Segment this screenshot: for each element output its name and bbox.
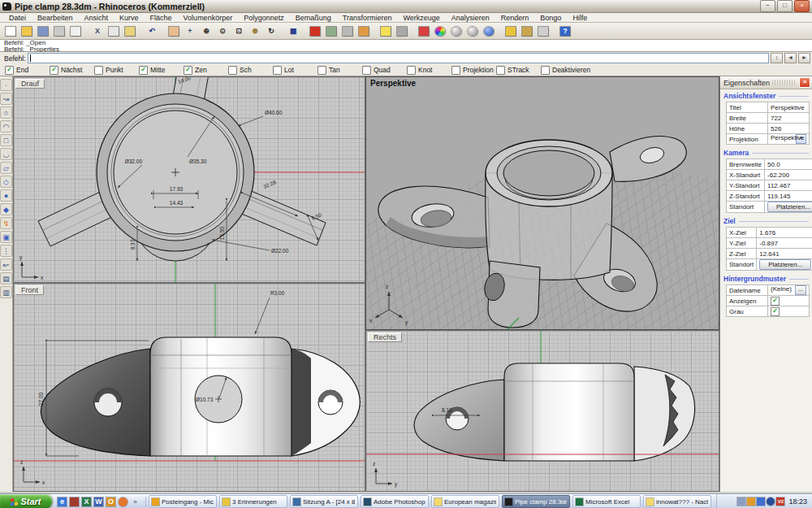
solid-sphere-icon[interactable]: ● [0, 189, 12, 202]
rectangle-icon[interactable]: □ [0, 134, 12, 146]
viewport-perspective[interactable]: z x y Perspektive [365, 76, 719, 330]
flamingo-logo-icon[interactable] [416, 24, 432, 39]
menu-rendern[interactable]: Rendern [495, 14, 535, 22]
osnap-punkt[interactable]: Punkt [94, 66, 139, 75]
point-icon[interactable]: · [0, 79, 12, 91]
extrude-icon[interactable]: ▤ [0, 272, 12, 284]
menu-polygonnetz[interactable]: Polygonnetz [238, 14, 290, 22]
gears-icon[interactable] [519, 24, 535, 39]
tray-msn-icon[interactable] [767, 497, 775, 506]
print-icon[interactable] [51, 24, 67, 39]
osnap-strack[interactable]: STrack [496, 66, 541, 75]
new-file-icon[interactable] [2, 24, 19, 39]
undo-icon[interactable]: ↶ [144, 24, 160, 39]
zoom-icon[interactable]: ⊕ [198, 24, 214, 39]
paste-icon[interactable] [122, 24, 138, 39]
taskbar-button-reminders[interactable]: 3 Erinnerungen [219, 495, 287, 508]
tracker-icon[interactable] [535, 24, 551, 39]
osnap-mitte[interactable]: ✓Mitte [139, 66, 184, 75]
solid-box-icon[interactable]: ◆ [0, 203, 12, 215]
outlook-ql-icon[interactable]: O [106, 497, 116, 507]
osnap-knot[interactable]: Knot [407, 66, 451, 75]
shade-view-icon[interactable] [339, 24, 356, 39]
viewport-front[interactable]: Ø10.73 R3.00 27.00 x z Front [13, 283, 365, 492]
taskbar-button-outlook[interactable]: Posteingang - Micros... [149, 495, 217, 508]
control-point-curve-icon[interactable]: ↝ [0, 93, 12, 105]
properties-panel-header[interactable]: Eigenschaften × [720, 76, 812, 89]
boolean-icon[interactable]: ▣ [0, 231, 12, 243]
sphere-blue-icon[interactable] [481, 24, 497, 39]
start-button[interactable]: Start [0, 494, 52, 508]
checkbox-checked-icon[interactable]: ✓ [184, 66, 192, 75]
tray-update-icon[interactable] [747, 497, 755, 506]
osnap-deaktivieren[interactable]: Deaktivieren [541, 66, 590, 75]
media-player-icon[interactable] [69, 497, 80, 507]
taskbar-button-photoshop[interactable]: Adobe Photoshop [361, 495, 429, 508]
osnap-lot[interactable]: Lot [273, 66, 317, 75]
checkbox-icon[interactable] [362, 66, 371, 75]
checkbox-icon[interactable] [541, 66, 550, 75]
tray-volume-icon[interactable] [737, 497, 745, 506]
menu-ansicht[interactable]: Ansicht [79, 14, 114, 22]
render-settings-icon[interactable] [356, 24, 372, 39]
render-preview-icon[interactable] [323, 24, 339, 39]
tray-network-icon[interactable] [757, 497, 765, 506]
target-place-button[interactable]: Platzieren... [759, 259, 811, 270]
circle-icon[interactable]: ○ [0, 106, 12, 119]
browse-file-button[interactable]: ... [795, 285, 806, 295]
sphere-render-icon[interactable] [448, 24, 464, 39]
menu-volumenkrper[interactable]: Volumenkörper [178, 14, 239, 22]
hatch-icon[interactable]: ▥ [0, 286, 12, 298]
explode-icon[interactable]: ↯ [0, 217, 12, 229]
sphere-wire-icon[interactable] [464, 24, 481, 39]
checkbox-checked-icon[interactable]: ✓ [139, 66, 148, 75]
move-view-icon[interactable]: + [182, 24, 198, 39]
osnap-projektion[interactable]: Projektion [451, 66, 496, 75]
color-wheel-icon[interactable] [432, 24, 448, 39]
arc-icon[interactable]: ◡ [0, 148, 12, 160]
menu-analysieren[interactable]: Analysieren [446, 14, 495, 22]
taskbar-button-rhino[interactable]: Pipe clamp 28.3dm - ... [502, 495, 570, 508]
menu-hilfe[interactable]: Hilfe [567, 14, 593, 22]
checkbox-icon[interactable] [317, 66, 326, 75]
maximize-button[interactable]: □ [777, 0, 793, 12]
viewport-top[interactable]: Ø40.60 Ø35.30 Ø32.00 17.93 14.43 32.28 6… [13, 76, 365, 283]
checkbox-icon[interactable] [407, 66, 416, 75]
taskbar-button-excel[interactable]: Microsoft Excel [572, 495, 641, 508]
viewport-tab-top[interactable]: Drauf [15, 79, 45, 89]
help-icon[interactable]: ? [557, 24, 573, 39]
menu-werkzeuge[interactable]: Werkzeuge [397, 14, 445, 22]
cut-icon[interactable]: X [89, 24, 106, 39]
osnap-quad[interactable]: Quad [362, 66, 407, 75]
viewport-tab-front[interactable]: Front [15, 285, 44, 295]
rotate-view-icon[interactable]: ↻ [263, 24, 279, 39]
firefox-icon[interactable] [118, 497, 128, 507]
menu-datei[interactable]: Datei [3, 14, 32, 22]
tray-antivirus-icon[interactable]: V2 [776, 497, 784, 506]
excel-ql-icon[interactable]: X [81, 497, 92, 507]
zoom-selected-icon[interactable]: ⊛ [247, 24, 263, 39]
checkbox-icon[interactable] [451, 66, 460, 75]
flag-icon[interactable] [503, 24, 519, 39]
copy-icon[interactable] [106, 24, 122, 39]
ellipse-icon[interactable]: ◠ [0, 120, 12, 132]
checkbox-icon[interactable] [94, 66, 103, 75]
menu-transformieren[interactable]: Transformieren [337, 14, 398, 22]
osnap-sch[interactable]: Sch [228, 66, 273, 75]
taskbar-button-terminal[interactable]: Sitzung A - [24 x 80] [290, 495, 358, 508]
lock-icon[interactable] [394, 24, 410, 39]
open-folder-icon[interactable] [19, 24, 35, 39]
camera-place-button[interactable]: Platzieren... [767, 202, 812, 212]
checkbox-checked-icon[interactable]: ✓ [5, 66, 14, 75]
menu-bemaung[interactable]: Bemaßung [290, 14, 337, 22]
menu-kurve[interactable]: Kurve [114, 14, 145, 22]
surface-plane-icon[interactable]: ▱ [0, 162, 12, 174]
command-spinner[interactable]: ↕ [771, 53, 783, 63]
close-button[interactable]: × [794, 0, 810, 12]
render-car-icon[interactable] [307, 24, 323, 39]
command-prev-button[interactable]: ◄ [784, 53, 797, 63]
osnap-tan[interactable]: Tan [317, 66, 362, 75]
viewport-label-perspective[interactable]: Perspektive [370, 79, 416, 88]
panel-close-icon[interactable]: × [799, 77, 810, 88]
quick-launch-overflow-icon[interactable]: » [130, 497, 140, 507]
